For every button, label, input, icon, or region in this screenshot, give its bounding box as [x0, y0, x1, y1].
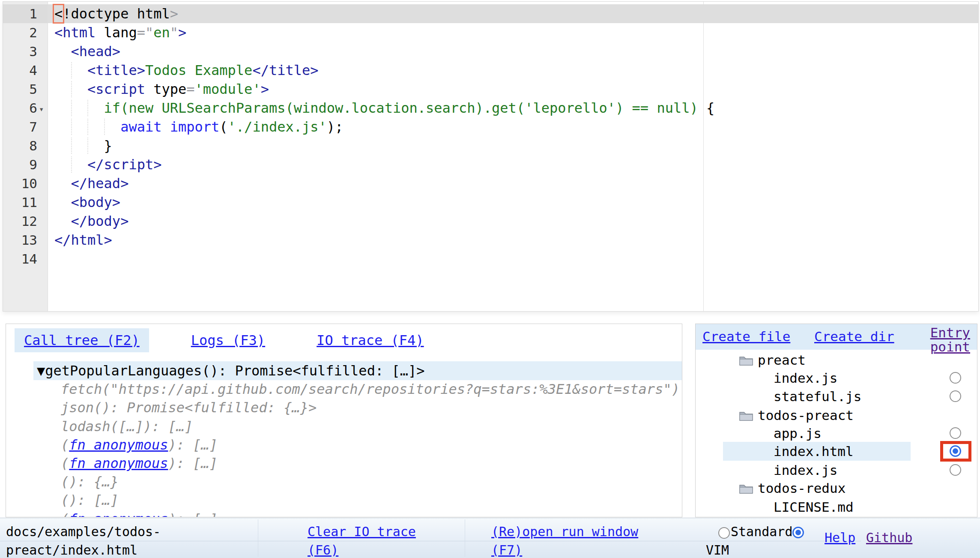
code-token: } — [104, 138, 112, 154]
file-tree-file-row: index.html — [774, 442, 854, 461]
code-token: <head> — [71, 43, 121, 60]
collapse-triangle-icon[interactable]: ▼ — [37, 363, 45, 379]
call-tree-text: ): […] — [168, 455, 218, 471]
folder-name[interactable]: todos-preact — [758, 408, 854, 423]
anonymous-fn-link[interactable]: fn anonymous — [69, 511, 168, 517]
call-tree-row[interactable]: (fn anonymous): […] — [61, 435, 218, 454]
code-token: </script> — [87, 156, 161, 173]
file-name[interactable]: LICENSE.md — [774, 499, 854, 515]
indent-guide — [87, 138, 88, 154]
code-token: <html — [54, 24, 96, 41]
call-tree-text: (): {…} — [61, 474, 119, 490]
call-tree-row[interactable]: (fn anonymous): […] — [61, 510, 218, 517]
standard-mode-radio[interactable] — [718, 527, 730, 539]
code-token: </title> — [252, 62, 318, 78]
call-tree-text: lodash([…]): […] — [61, 418, 193, 435]
call-tree-row[interactable]: lodash([…]): […] — [61, 417, 193, 436]
file-name[interactable]: index.html — [774, 444, 854, 459]
tab-logs[interactable]: Logs (F3) — [182, 328, 275, 352]
bar-cell-separator — [258, 519, 258, 557]
code-token: type — [145, 81, 186, 97]
gutter-line: 12 — [3, 212, 48, 231]
call-tree-text: ( — [61, 437, 69, 453]
folder-name[interactable]: preact — [758, 352, 806, 368]
entry-point-radio[interactable] — [950, 464, 961, 476]
current-file-path-line2: preact/index.html — [6, 542, 137, 558]
reopen-run-window-shortcut[interactable]: (F7) — [491, 543, 522, 558]
tab-call-tree[interactable]: Call tree (F2) — [15, 328, 149, 352]
create-file-button[interactable]: Create file — [702, 330, 790, 344]
file-tree-folder-row: todos-preact — [758, 406, 854, 425]
code-line: </html> — [48, 231, 978, 249]
code-token: !doctype html — [63, 6, 170, 22]
call-tree-row[interactable]: json(): Promise<fulfilled: {…}> — [61, 398, 317, 417]
code-token: = — [186, 81, 194, 97]
gutter-line: 6▾ — [3, 99, 48, 117]
reopen-run-window-button[interactable]: (Re)open run window — [491, 524, 638, 539]
line-number: 12 — [3, 212, 37, 231]
code-line: <html lang="en"> — [48, 23, 978, 42]
file-name[interactable]: index.js — [774, 462, 837, 478]
file-name[interactable]: stateful.js — [774, 389, 861, 404]
code-token: </body> — [71, 213, 129, 229]
help-link[interactable]: Help — [825, 530, 855, 545]
code-token: <body> — [71, 194, 121, 210]
vim-mode-label[interactable]: VIM — [706, 542, 729, 558]
code-token: ); — [327, 119, 344, 135]
folder-name[interactable]: todos-redux — [758, 480, 846, 496]
code-line — [48, 249, 978, 268]
panel-tabs: Call tree (F2) Logs (F3) IO trace (F4) — [15, 328, 433, 352]
clear-io-trace-button[interactable]: Clear IO trace — [308, 524, 416, 539]
entry-point-radio[interactable] — [950, 390, 961, 402]
create-dir-button[interactable]: Create dir — [814, 330, 894, 344]
file-tree-file-row: index.js — [774, 369, 837, 387]
code-token: en — [153, 24, 170, 41]
entry-point-radio[interactable] — [950, 372, 961, 384]
gutter-line: 9 — [3, 155, 48, 174]
entry-point-radio[interactable] — [950, 427, 961, 439]
code-token: > — [261, 81, 269, 97]
file-tree-file-row: stateful.js — [774, 387, 861, 406]
code-line: </head> — [48, 174, 978, 193]
call-tree-text: ): […] — [168, 437, 218, 453]
vim-mode-radio[interactable] — [792, 527, 804, 538]
file-name[interactable]: app.js — [774, 426, 822, 441]
call-tree-row[interactable]: (): […] — [61, 491, 119, 510]
file-tree-folder-row: preact — [758, 351, 806, 369]
call-tree-text: fetch("https://api.github.com/search/rep… — [61, 381, 680, 397]
line-number: 11 — [3, 193, 37, 212]
entry-point-radio[interactable] — [950, 445, 961, 457]
clear-io-trace-shortcut[interactable]: (F6) — [308, 543, 338, 558]
code-token: lang — [96, 24, 137, 41]
code-line: <!doctype html> — [48, 4, 978, 23]
gutter-line: 2 — [3, 23, 48, 42]
line-number: 14 — [3, 249, 37, 268]
tab-io-trace[interactable]: IO trace (F4) — [307, 328, 433, 352]
current-file-path-line1: docs/examples/todos- — [6, 523, 161, 540]
call-tree-row[interactable]: (): {…} — [61, 472, 119, 491]
call-tree-row[interactable]: (fn anonymous): […] — [61, 454, 218, 473]
gutter-line: 8 — [3, 136, 48, 155]
anonymous-fn-link[interactable]: fn anonymous — [69, 455, 168, 471]
folder-icon — [739, 354, 753, 366]
file-name[interactable]: index.js — [774, 370, 837, 386]
call-tree-row[interactable]: fetch("https://api.github.com/search/rep… — [61, 380, 680, 399]
file-tree-file-row: LICENSE.md — [774, 498, 854, 516]
code-line: </script> — [48, 155, 978, 174]
indent-guide — [71, 138, 72, 154]
code-token: < — [54, 6, 63, 22]
indent-guide — [87, 100, 88, 116]
standard-mode-label[interactable]: Standard — [731, 523, 793, 540]
call-tree-text: ( — [61, 455, 69, 471]
indent-guide — [71, 62, 72, 78]
entry-point-link[interactable]: Entry point — [910, 326, 970, 354]
call-tree-row-selected[interactable]: ▼getPopularLanguages(): Promise<fulfille… — [33, 361, 682, 380]
line-number: 10 — [3, 174, 37, 193]
code-token: './index.js' — [228, 119, 327, 135]
code-area[interactable]: <!doctype html><html lang="en"> <head> <… — [48, 2, 978, 311]
code-line: <head> — [48, 42, 978, 61]
anonymous-fn-link[interactable]: fn anonymous — [69, 437, 168, 453]
fold-arrow-icon[interactable]: ▾ — [39, 99, 44, 118]
code-editor[interactable]: 123456▾7891011121314 <!doctype html><htm… — [3, 1, 979, 312]
github-link[interactable]: Github — [866, 530, 912, 545]
